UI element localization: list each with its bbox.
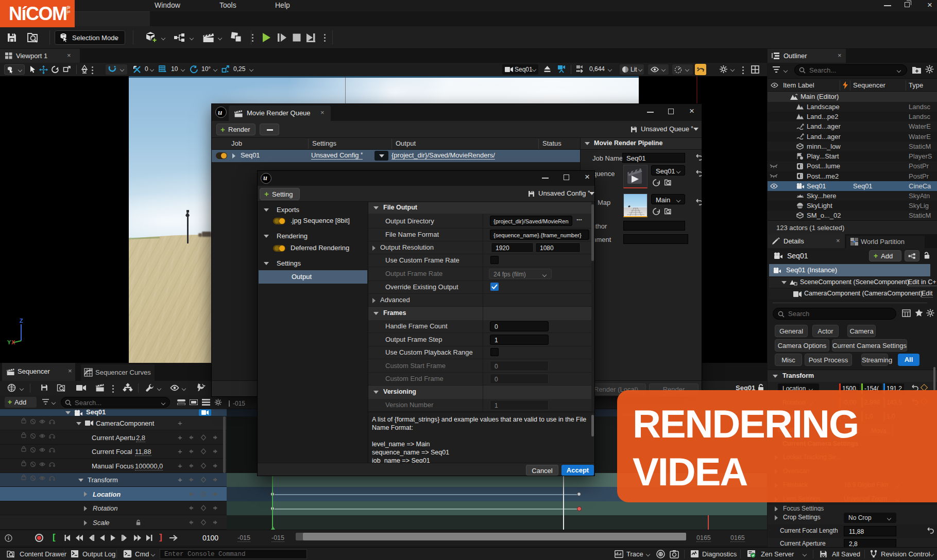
svg-text:X: X [11, 339, 15, 345]
svg-text:Y: Y [7, 339, 11, 345]
svg-text:Z: Z [20, 318, 23, 324]
